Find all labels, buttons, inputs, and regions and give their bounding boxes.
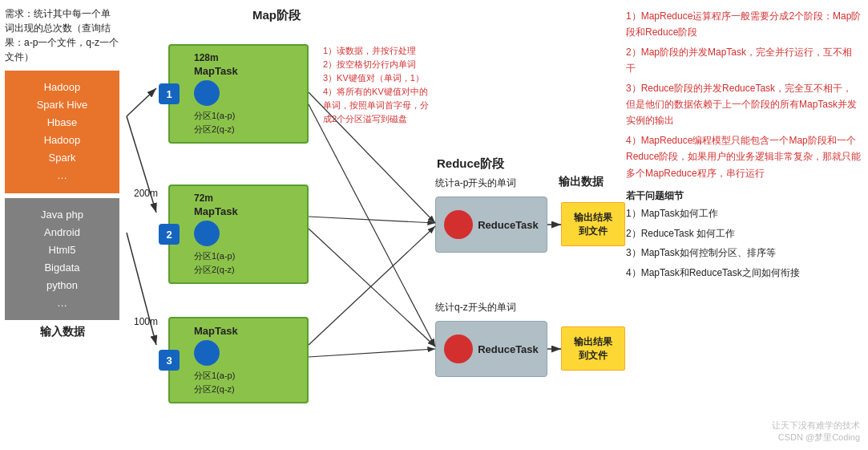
size-100m: 100m bbox=[134, 316, 158, 327]
svg-line-7 bbox=[309, 229, 435, 347]
svg-line-6 bbox=[309, 217, 435, 223]
map-task-label-3: MapTask bbox=[194, 325, 301, 337]
output-text-1: 输出结果到文件 bbox=[574, 211, 612, 238]
map-box-2: 2 72m MapTask 分区1(a-p)分区2(q-z) bbox=[168, 184, 309, 284]
output-box-1: 输出结果到文件 bbox=[561, 202, 625, 246]
reduce-desc-1: 统计a-p开头的单词 bbox=[435, 176, 516, 190]
center-panel: Map阶段 1）读数据，并按行处理2）按空格切分行内单词3）KV键值对（单词，1… bbox=[124, 0, 620, 450]
file-box-gray: Java phpAndroidHtml5Bigdatapython… bbox=[5, 198, 119, 321]
right-panel: 1）MapReduce运算程序一般需要分成2个阶段：Map阶段和Reduce阶段… bbox=[620, 0, 868, 450]
notes-sub: 1）MapTask如何工作 2）ReduceTask 如何工作 3）MapTas… bbox=[626, 205, 862, 282]
size-200m: 200m bbox=[134, 188, 158, 199]
note-4: 4）MapReduce编程模型只能包含一个Map阶段和一个Reduce阶段，如果… bbox=[626, 132, 862, 181]
reduce-task-label-2: ReduceTask bbox=[478, 343, 539, 355]
left-panel: 需求：统计其中每一个单词出现的总次数（查询结果：a-p一个文件，q-z一个文件）… bbox=[0, 0, 124, 450]
map-circle-2 bbox=[194, 221, 220, 246]
reduce-stage-title: Reduce阶段 bbox=[437, 156, 504, 172]
watermark-text: 让天下没有难学的技术 bbox=[772, 420, 860, 432]
output-box-2: 输出结果到文件 bbox=[561, 326, 625, 371]
input-data-label: 输入数据 bbox=[5, 325, 119, 339]
map-size-1: 128m bbox=[194, 52, 301, 63]
map-task-label-1: MapTask bbox=[194, 65, 301, 77]
svg-line-5 bbox=[309, 104, 435, 347]
file-box-orange: HadoopSpark HiveHbaseHadoopSpark… bbox=[5, 71, 119, 193]
note-1: 1）MapReduce运算程序一般需要分成2个阶段：Map阶段和Reduce阶段 bbox=[626, 8, 862, 41]
reduce-box-2: ReduceTask bbox=[435, 321, 547, 377]
map-partition-1: 分区1(a-p)分区2(q-z) bbox=[194, 109, 301, 136]
sub-note-1: 1）MapTask如何工作 bbox=[626, 205, 862, 223]
map-annotation: 1）读数据，并按行处理2）按空格切分行内单词3）KV键值对（单词，1）4）将所有… bbox=[323, 44, 434, 126]
reduce-circle-1 bbox=[444, 210, 473, 239]
output-text-2: 输出结果到文件 bbox=[574, 335, 612, 363]
main-container: 需求：统计其中每一个单词出现的总次数（查询结果：a-p一个文件，q-z一个文件）… bbox=[0, 0, 868, 450]
notes-main: 1）MapReduce运算程序一般需要分成2个阶段：Map阶段和Reduce阶段… bbox=[626, 8, 862, 181]
map-number-3: 3 bbox=[159, 350, 180, 371]
reduce-box-1: ReduceTask bbox=[435, 197, 547, 253]
reduce-circle-2 bbox=[444, 334, 473, 363]
sub-title: 若干问题细节 bbox=[626, 189, 862, 203]
map-stage-title: Map阶段 bbox=[148, 8, 405, 23]
map-partition-3: 分区1(a-p)分区2(q-z) bbox=[194, 369, 301, 395]
note-2: 2）Map阶段的并发MapTask，完全并行运行，互不相干 bbox=[626, 44, 862, 77]
sub-note-4: 4）MapTask和ReduceTask之间如何衔接 bbox=[626, 265, 862, 282]
map-circle-3 bbox=[194, 340, 220, 366]
note-3: 3）Reduce阶段的并发ReduceTask，完全互不相干，但是他们的数据依赖… bbox=[626, 80, 862, 129]
sub-note-3: 3）MapTask如何控制分区、排序等 bbox=[626, 245, 862, 262]
svg-line-9 bbox=[309, 349, 435, 357]
map-partition-2: 分区1(a-p)分区2(q-z) bbox=[194, 249, 301, 276]
reduce-task-label-1: ReduceTask bbox=[478, 219, 539, 231]
watermark: 让天下没有难学的技术 CSDN @梦里Coding bbox=[772, 420, 860, 444]
reduce-desc-2: 统计q-z开头的单词 bbox=[435, 301, 516, 314]
svg-line-1 bbox=[127, 88, 156, 116]
map-number-2: 2 bbox=[159, 224, 180, 245]
sub-note-2: 2）ReduceTask 如何工作 bbox=[626, 225, 862, 243]
svg-line-8 bbox=[309, 226, 435, 345]
svg-line-3 bbox=[127, 233, 156, 345]
map-circle-1 bbox=[194, 80, 220, 106]
map-number-1: 1 bbox=[159, 83, 180, 104]
requirement-text: 需求：统计其中每一个单词出现的总次数（查询结果：a-p一个文件，q-z一个文件） bbox=[5, 6, 119, 64]
map-task-label-2: MapTask bbox=[194, 205, 301, 217]
map-box-1: 1 128m MapTask 分区1(a-p)分区2(q-z) bbox=[168, 44, 309, 144]
output-data-title: 输出数据 bbox=[559, 175, 604, 189]
annotation-text: 1）读数据，并按行处理2）按空格切分行内单词3）KV键值对（单词，1）4）将所有… bbox=[323, 46, 429, 124]
watermark-credit: CSDN @梦里Coding bbox=[772, 432, 860, 444]
map-size-2: 72m bbox=[194, 193, 301, 204]
file2-content: Java phpAndroidHtml5Bigdatapython… bbox=[41, 209, 83, 309]
map-box-3: 3 MapTask 分区1(a-p)分区2(q-z) bbox=[168, 317, 309, 403]
file1-content: HadoopSpark HiveHbaseHadoopSpark… bbox=[37, 81, 88, 181]
